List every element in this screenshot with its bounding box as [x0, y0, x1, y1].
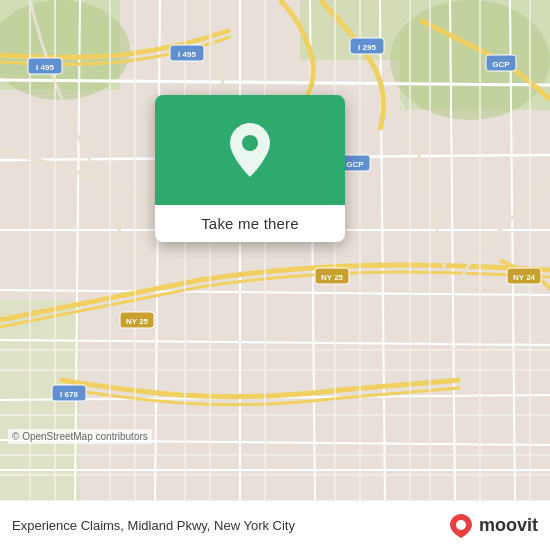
svg-text:I 295: I 295 [358, 43, 376, 52]
svg-text:NY 25: NY 25 [126, 317, 149, 326]
svg-text:I 495: I 495 [36, 63, 54, 72]
svg-text:GCP: GCP [492, 60, 510, 69]
copyright-text: © OpenStreetMap contributors [8, 429, 152, 444]
popup-tail [240, 241, 260, 242]
take-me-there-button[interactable]: Take me there [201, 215, 299, 232]
popup-header [155, 95, 345, 205]
popup-button-area: Take me there [155, 205, 345, 242]
location-pin-icon [226, 121, 274, 179]
svg-text:NY 24: NY 24 [513, 273, 536, 282]
moovit-logo: moovit [447, 512, 538, 540]
map-container[interactable]: I 495 I 495 I 295 GCP NY 25 NY 24 NY 25 … [0, 0, 550, 500]
svg-point-5 [390, 0, 550, 120]
svg-text:I 495: I 495 [178, 50, 196, 59]
svg-text:GCP: GCP [346, 160, 364, 169]
popup-card: Take me there [155, 95, 345, 242]
location-label: Experience Claims, Midland Pkwy, New Yor… [12, 518, 295, 533]
moovit-icon [447, 512, 475, 540]
svg-text:I 678: I 678 [60, 390, 78, 399]
map-background: I 495 I 495 I 295 GCP NY 25 NY 24 NY 25 … [0, 0, 550, 500]
svg-text:NY 25: NY 25 [321, 273, 344, 282]
svg-point-59 [456, 520, 466, 530]
moovit-brand-text: moovit [479, 515, 538, 536]
svg-point-58 [242, 135, 258, 151]
bottom-bar: Experience Claims, Midland Pkwy, New Yor… [0, 500, 550, 550]
